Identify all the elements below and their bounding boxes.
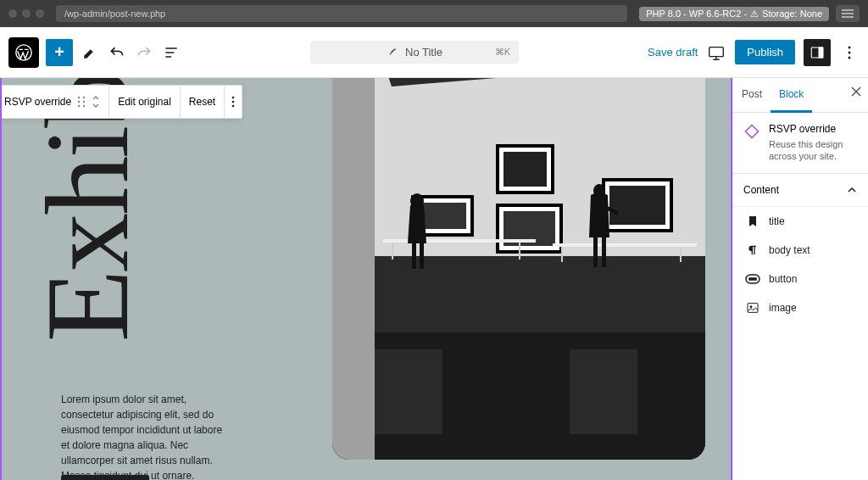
svg-rect-22 (332, 78, 375, 460)
signup-button[interactable]: Sign up now (61, 475, 149, 480)
traffic-lights (8, 9, 44, 18)
keyboard-shortcut: ⌘K (495, 47, 510, 58)
svg-point-12 (78, 105, 80, 107)
block-info-header: RSVP override Reuse this design across y… (733, 113, 868, 174)
tab-post[interactable]: Post (733, 78, 771, 112)
content-item-label: image (769, 302, 797, 314)
svg-rect-1 (709, 47, 724, 56)
document-title-bar: No Title ⌘K (188, 41, 641, 64)
svg-point-8 (78, 97, 80, 98)
browser-menu-button[interactable] (836, 5, 860, 22)
svg-point-13 (83, 105, 85, 107)
svg-rect-21 (570, 349, 637, 434)
svg-rect-27 (504, 152, 547, 187)
url-bar[interactable]: /wp-admin/post-new.php (56, 5, 627, 22)
svg-point-6 (849, 56, 851, 59)
editor-canvas[interactable]: RSVP override Edit original Reset Exhibi… (0, 78, 732, 480)
svg-rect-34 (519, 243, 520, 260)
exhibit-image[interactable] (332, 78, 705, 460)
svg-point-4 (849, 46, 851, 48)
publish-button[interactable]: Publish (735, 40, 795, 64)
sidebar-icon (810, 45, 825, 60)
block-info-name: RSVP override (769, 123, 858, 135)
close-icon (851, 87, 861, 97)
traffic-min[interactable] (22, 9, 31, 18)
svg-rect-32 (383, 239, 536, 243)
drag-handle-icon[interactable] (76, 96, 86, 108)
editor-toolbar: + No Title ⌘K Save draft Publish (0, 27, 868, 78)
traffic-max[interactable] (36, 9, 44, 18)
block-info-desc: Reuse this design across your site. (769, 138, 858, 163)
edit-original-button[interactable]: Edit original (109, 86, 181, 118)
block-name-label: RSVP override (4, 96, 71, 108)
content-item-image[interactable]: image (733, 293, 868, 322)
undo-button[interactable] (107, 42, 127, 63)
hamburger-icon (842, 9, 854, 18)
block-options-button[interactable] (225, 86, 242, 118)
pattern-content: Exhibit Lorem ipsum dolor sit amet, cons… (2, 78, 731, 480)
undo-icon (108, 44, 125, 61)
content-panel-toggle[interactable]: Content (733, 174, 868, 207)
svg-rect-25 (419, 203, 466, 229)
content-item-label: button (769, 273, 797, 285)
feather-icon (387, 47, 398, 59)
block-toolbar: RSVP override Edit original Reset (0, 85, 242, 119)
plus-icon: + (54, 42, 64, 62)
env-badge: PHP 8.0 - WP 6.6-RC2 - ⚠ Storage: None (639, 7, 829, 21)
body-text[interactable]: Lorem ipsum dolor sit amet, consectetur … (61, 392, 231, 480)
traffic-close[interactable] (8, 9, 17, 18)
document-title-text: No Title (405, 46, 442, 59)
browser-chrome: /wp-admin/post-new.php PHP 8.0 - WP 6.6-… (0, 0, 868, 27)
wordpress-logo[interactable] (8, 37, 39, 68)
block-type-indicator[interactable]: RSVP override (0, 86, 109, 118)
museum-photo (332, 78, 705, 460)
svg-rect-39 (412, 239, 416, 269)
content-panel-label: Content (743, 184, 779, 196)
svg-point-9 (83, 97, 85, 98)
pattern-icon (743, 123, 760, 140)
content-item-label: body text (769, 244, 810, 256)
settings-sidebar-toggle[interactable] (804, 39, 831, 66)
paragraph-icon (745, 243, 760, 258)
document-title-button[interactable]: No Title ⌘K (310, 41, 519, 64)
list-view-icon (163, 44, 180, 61)
svg-rect-37 (680, 247, 682, 262)
content-item-label: title (769, 215, 785, 227)
svg-rect-35 (553, 243, 697, 247)
svg-rect-31 (609, 186, 665, 225)
editor-main: RSVP override Edit original Reset Exhibi… (0, 78, 868, 480)
kebab-icon (231, 96, 235, 108)
svg-point-15 (232, 101, 235, 103)
svg-point-16 (232, 105, 235, 108)
toolbar-right: Save draft Publish (648, 39, 860, 66)
redo-icon (136, 44, 153, 61)
chevron-up-icon (846, 184, 858, 196)
image-icon (745, 300, 760, 315)
svg-rect-36 (561, 247, 563, 262)
document-overview-button[interactable] (161, 42, 181, 63)
add-block-button[interactable]: + (46, 39, 73, 66)
tab-block[interactable]: Block (771, 78, 812, 113)
desktop-icon (707, 43, 726, 62)
content-item-body-text[interactable]: body text (733, 236, 868, 265)
tools-button[interactable] (80, 42, 100, 63)
save-draft-button[interactable]: Save draft (648, 46, 698, 59)
bookmark-icon (745, 214, 760, 229)
kebab-icon (848, 46, 851, 59)
svg-point-5 (849, 51, 851, 53)
content-item-title[interactable]: title (733, 207, 868, 236)
warning-icon: ⚠ (750, 8, 759, 20)
svg-point-10 (78, 101, 80, 103)
reset-button[interactable]: Reset (181, 86, 225, 118)
options-button[interactable] (839, 42, 860, 63)
redo-button[interactable] (134, 42, 154, 63)
svg-point-11 (83, 101, 85, 103)
svg-rect-20 (375, 349, 442, 434)
close-sidebar-button[interactable] (851, 87, 861, 99)
svg-rect-40 (420, 239, 424, 269)
preview-button[interactable] (706, 42, 726, 63)
url-text: /wp-admin/post-new.php (64, 8, 165, 19)
content-item-button[interactable]: button (733, 265, 868, 293)
svg-rect-45 (749, 278, 756, 280)
move-up-down-icon[interactable] (92, 95, 100, 109)
